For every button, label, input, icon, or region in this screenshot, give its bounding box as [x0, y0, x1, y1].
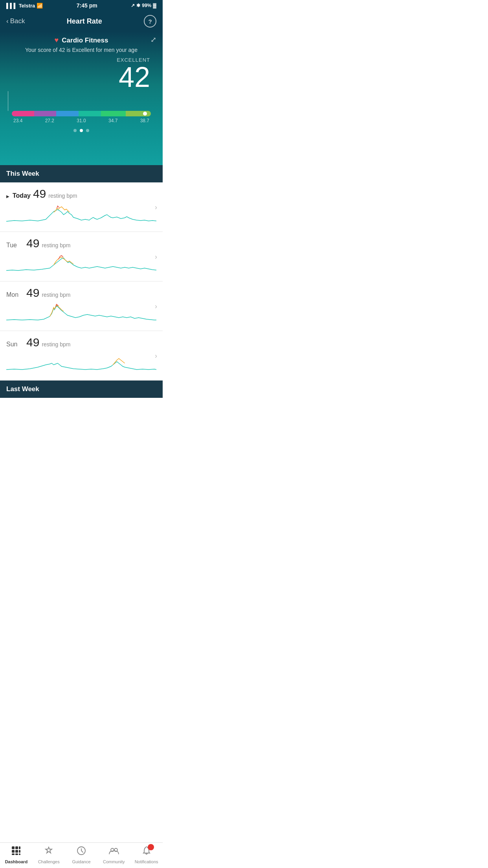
today-bpm-label: resting bpm [48, 193, 77, 199]
mon-bpm-label: resting bpm [42, 292, 70, 298]
day-row-today[interactable]: ▶ Today 49 resting bpm › [0, 182, 163, 232]
today-chevron-icon: › [155, 203, 157, 211]
hero-section: ⤢ ♥ Cardio Fitness Your score of 42 is E… [0, 31, 163, 165]
page-dot-1[interactable] [73, 129, 77, 132]
bar-segment-3 [56, 111, 79, 116]
cardio-title: Cardio Fitness [62, 37, 108, 44]
sun-bpm-label: resting bpm [42, 341, 70, 348]
sun-bpm: 49 [26, 336, 39, 349]
page-dots [8, 129, 155, 132]
heart-icon: ♥ [55, 36, 59, 44]
cardio-subtitle: Your score of 42 is Excellent for men yo… [8, 47, 155, 53]
back-chevron-icon: ‹ [6, 17, 9, 25]
sun-chevron-icon: › [155, 351, 157, 360]
page-dot-2[interactable] [80, 129, 83, 132]
this-week-header: This Week [0, 165, 163, 182]
bar-segment-6 [126, 111, 151, 116]
bar-segment-4 [79, 111, 101, 116]
cardio-fitness-header: ♥ Cardio Fitness [8, 36, 155, 44]
tue-bpm-label: resting bpm [42, 242, 70, 248]
mon-label: Mon [6, 291, 24, 298]
last-week-header: Last Week [0, 381, 163, 398]
bar-segment-1 [12, 111, 34, 116]
score-container: EXCELLENT 42 [8, 57, 155, 91]
bar-segment-5 [101, 111, 126, 116]
bar-label-1: 23.4 [13, 118, 22, 123]
today-chart [6, 204, 156, 225]
sun-label: Sun [6, 341, 24, 348]
status-bar: ▌▌▌ Telstra 📶 7:45 pm ↗ ✱ 99% ▓ [0, 0, 163, 11]
tue-chart [6, 253, 156, 275]
page-dot-3[interactable] [86, 129, 89, 132]
content-area: This Week ▶ Today 49 resting bpm › Tue 4… [0, 165, 163, 425]
score-value: 42 [119, 63, 150, 91]
back-button[interactable]: ‹ Back [6, 17, 25, 25]
tue-label: Tue [6, 242, 24, 249]
today-triangle: ▶ [6, 194, 9, 199]
day-row-sun[interactable]: Sun 49 resting bpm › [0, 331, 163, 381]
sun-chart [6, 352, 156, 374]
mon-chevron-icon: › [155, 302, 157, 310]
day-row-tue[interactable]: Tue 49 resting bpm › [0, 232, 163, 281]
day-row-mon[interactable]: Mon 49 resting bpm › [0, 281, 163, 331]
score-indicator-line [8, 91, 8, 111]
tue-bpm: 49 [26, 237, 39, 250]
bar-segment-2 [34, 111, 57, 116]
page-title: Heart Rate [67, 17, 102, 26]
fitness-bar-container: 23.4 27.2 31.0 34.7 38.7 [12, 111, 151, 123]
bar-labels: 23.4 27.2 31.0 34.7 38.7 [12, 116, 151, 123]
today-label: Today [13, 192, 31, 199]
today-bpm: 49 [33, 187, 46, 200]
status-time: 7:45 pm [77, 2, 97, 9]
status-carrier: ▌▌▌ Telstra 📶 [6, 3, 43, 9]
tue-chevron-icon: › [155, 252, 157, 261]
mon-bpm: 49 [26, 286, 39, 300]
mon-chart [6, 303, 156, 324]
bar-label-3: 31.0 [77, 118, 86, 123]
help-button[interactable]: ? [144, 15, 156, 28]
fitness-bar [12, 111, 151, 116]
status-battery: ↗ ✱ 99% ▓ [131, 3, 156, 8]
expand-button[interactable]: ⤢ [150, 35, 156, 44]
bar-label-4: 34.7 [108, 118, 117, 123]
nav-bar: ‹ Back Heart Rate ? [0, 11, 163, 31]
bar-label-5: 38.7 [140, 118, 149, 123]
bar-label-2: 27.2 [45, 118, 54, 123]
bar-score-indicator [143, 112, 147, 116]
